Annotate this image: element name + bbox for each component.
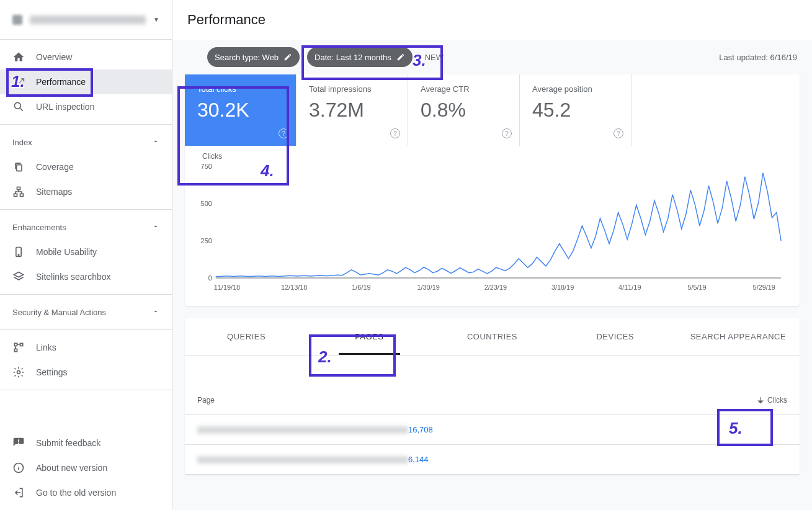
svg-text:500: 500 <box>201 200 212 207</box>
metric-card-total-clicks[interactable]: Total clicks 30.2K ? <box>185 74 297 146</box>
metric-value: 3.72M <box>309 99 395 122</box>
callout-num-1: 1. <box>11 72 25 91</box>
svg-text:5/5/19: 5/5/19 <box>687 284 706 291</box>
exit-icon <box>12 486 25 499</box>
section-title: Enhancements <box>12 223 66 232</box>
section-header-security[interactable]: Security & Manual Actions <box>0 300 172 324</box>
sort-desc-icon <box>756 396 765 405</box>
chevron-down-icon: ▼ <box>153 16 159 23</box>
chart-title: Clicks <box>197 152 787 161</box>
callout-num-5: 5. <box>729 419 743 438</box>
sidebar-item-overview[interactable]: Overview <box>0 45 172 69</box>
sidebar-item-sitelinks-searchbox[interactable]: Sitelinks searchbox <box>0 264 172 289</box>
sidebar-item-label: Submit feedback <box>36 438 100 448</box>
callout-num-2: 2. <box>318 347 332 367</box>
section-title: Index <box>12 138 32 147</box>
chevron-up-icon <box>152 138 159 147</box>
sidebar-item-sitemaps[interactable]: Sitemaps <box>0 179 172 204</box>
layers-icon <box>12 271 25 283</box>
search-icon <box>12 101 25 113</box>
svg-text:3/18/19: 3/18/19 <box>551 284 574 291</box>
svg-text:11/19/18: 11/19/18 <box>214 284 240 291</box>
row-clicks: 16,708 <box>408 425 433 434</box>
svg-text:250: 250 <box>201 237 212 244</box>
sidebar-item-label: URL inspection <box>36 102 94 112</box>
help-icon[interactable]: ? <box>613 128 623 138</box>
table-row[interactable]: 6,144 <box>185 445 800 475</box>
clicks-chart: 025050075011/19/1812/13/181/6/191/30/192… <box>197 163 787 293</box>
column-clicks-label: Clicks <box>767 396 787 405</box>
svg-text:2/23/19: 2/23/19 <box>484 284 507 291</box>
chip-date[interactable]: Date: Last 12 months <box>307 47 413 67</box>
sidebar-item-label: Settings <box>36 367 68 377</box>
sidebar-item-performance[interactable]: Performance <box>0 69 172 94</box>
section-header-enhancements[interactable]: Enhancements <box>0 215 172 239</box>
tab-devices[interactable]: DEVICES <box>554 318 677 355</box>
help-icon[interactable]: ? <box>390 128 400 138</box>
row-clicks: 6,144 <box>408 455 429 464</box>
chevron-down-icon <box>152 308 159 317</box>
info-icon <box>12 462 25 474</box>
page-title: Performance <box>172 0 812 40</box>
gear-icon <box>12 366 25 378</box>
chip-label: Search type: Web <box>215 53 279 62</box>
sidebar-item-mobile-usability[interactable]: Mobile Usability <box>0 239 172 264</box>
sidebar-item-settings[interactable]: Settings <box>0 360 172 385</box>
metric-label: Total clicks <box>197 84 283 94</box>
feedback-icon <box>12 437 25 449</box>
svg-rect-1 <box>17 165 22 171</box>
tab-queries[interactable]: QUERIES <box>185 318 308 355</box>
metric-card-total-impressions[interactable]: Total impressions 3.72M ? <box>297 74 408 146</box>
svg-rect-2 <box>17 187 20 190</box>
tab-search-appearance[interactable]: SEARCH APPEARANCE <box>677 318 800 355</box>
download-icon[interactable] <box>775 363 787 378</box>
sidebar-item-coverage[interactable]: Coverage <box>0 154 172 179</box>
new-filter-button[interactable]: NEW <box>425 53 444 62</box>
metric-card-average-ctr[interactable]: Average CTR 0.8% ? <box>408 74 520 146</box>
svg-rect-4 <box>20 194 24 196</box>
section-title: Security & Manual Actions <box>12 308 106 317</box>
section-header-index[interactable]: Index <box>0 130 172 154</box>
chip-label: Date: Last 12 months <box>315 53 391 62</box>
home-icon <box>12 51 25 63</box>
column-page[interactable]: Page <box>197 396 756 405</box>
help-icon[interactable]: ? <box>502 128 512 138</box>
svg-text:12/13/18: 12/13/18 <box>281 284 307 291</box>
column-clicks[interactable]: Clicks <box>756 396 787 405</box>
links-icon <box>12 341 25 354</box>
callout-num-4: 4. <box>261 161 274 181</box>
sidebar-item-label: Mobile Usability <box>36 247 97 257</box>
metric-card-average-position[interactable]: Average position 45.2 ? <box>520 74 631 146</box>
chevron-up-icon <box>152 223 159 232</box>
filter-bar: Search type: Web Date: Last 12 months NE… <box>172 40 812 74</box>
filter-icon[interactable] <box>187 50 200 65</box>
sidebar-item-label: Go to the old version <box>36 488 116 498</box>
sidebar-item-url-inspection[interactable]: URL inspection <box>0 94 172 119</box>
sidebar-item-label: Coverage <box>36 162 74 172</box>
sidebar-item-label: About new version <box>36 463 107 473</box>
svg-text:1/6/19: 1/6/19 <box>352 284 370 291</box>
mobile-icon <box>12 246 25 258</box>
metric-value: 45.2 <box>532 99 618 122</box>
sidebar-item-label: Sitemaps <box>36 187 72 197</box>
sidebar-item-old-version[interactable]: Go to the old version <box>0 480 172 505</box>
sidebar-item-label: Sitelinks searchbox <box>36 272 111 282</box>
sidebar-item-about[interactable]: About new version <box>0 455 172 480</box>
svg-text:1/30/19: 1/30/19 <box>417 284 439 291</box>
tab-countries[interactable]: COUNTRIES <box>431 318 553 355</box>
sidebar-item-feedback[interactable]: Submit feedback <box>0 431 172 455</box>
table-filter-icon[interactable] <box>750 363 762 378</box>
table-header: Page Clicks <box>185 385 800 415</box>
row-url-blurred <box>197 456 408 463</box>
main-content: Performance Search type: Web Date: Last … <box>172 0 812 510</box>
help-icon[interactable]: ? <box>279 128 288 138</box>
svg-text:750: 750 <box>201 163 212 170</box>
property-selector[interactable]: ▼ <box>0 0 172 40</box>
svg-point-0 <box>14 102 20 109</box>
metric-label: Average CTR <box>421 84 507 94</box>
chip-search-type[interactable]: Search type: Web <box>207 47 300 67</box>
table-row[interactable]: 16,708 <box>185 415 800 445</box>
pencil-icon <box>396 53 405 61</box>
sitemap-icon <box>12 186 25 198</box>
sidebar-item-links[interactable]: Links <box>0 335 172 360</box>
